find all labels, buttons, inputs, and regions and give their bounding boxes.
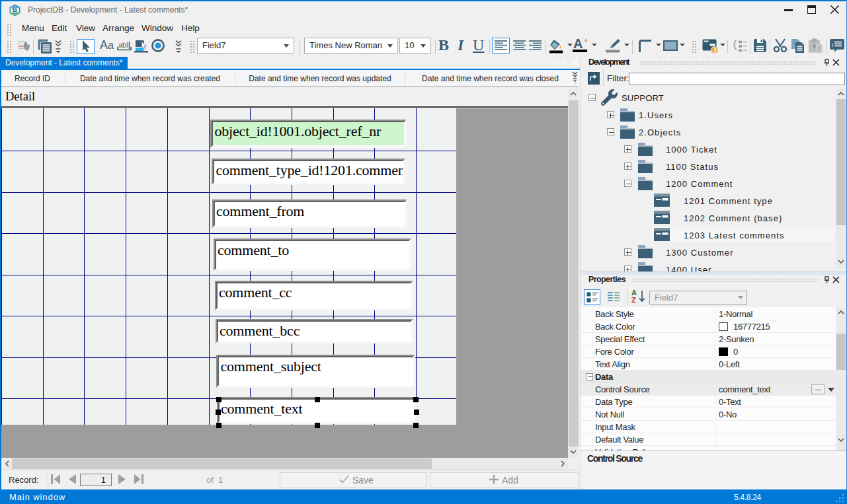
svg-text:abl: abl bbox=[118, 41, 128, 49]
